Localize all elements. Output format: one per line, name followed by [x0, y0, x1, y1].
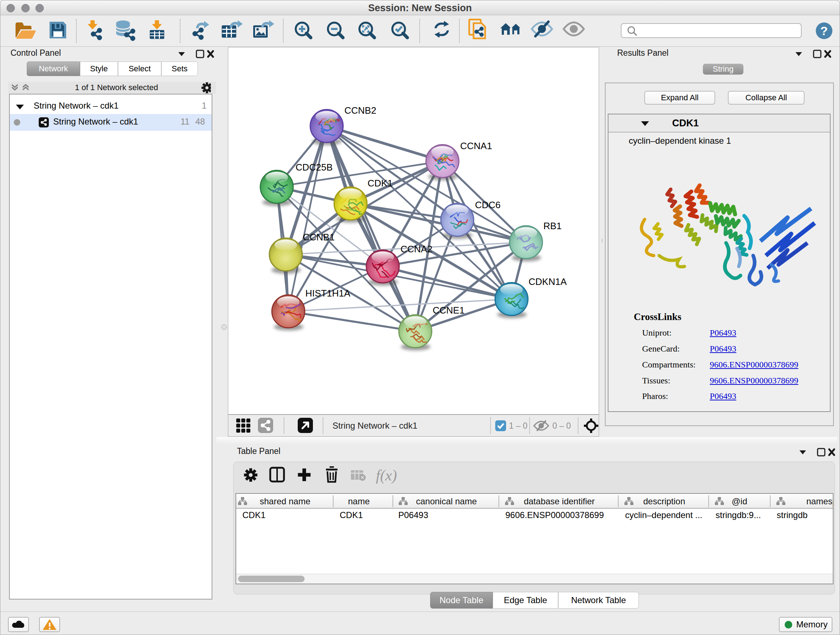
svg-text:CDC25B: CDC25B	[295, 162, 333, 173]
svg-text:CDK1: CDK1	[368, 178, 393, 188]
svg-text:namespac: namespac	[806, 496, 833, 506]
svg-text:CCNA1: CCNA1	[460, 141, 492, 151]
svg-text:HIST1H1A: HIST1H1A	[305, 288, 351, 299]
svg-text:description: description	[643, 496, 685, 506]
svg-text:database identifier: database identifier	[524, 496, 595, 506]
svg-text:@id: @id	[731, 496, 747, 506]
svg-text:shared name: shared name	[260, 496, 310, 506]
svg-text:CCNB2: CCNB2	[344, 105, 376, 116]
svg-text:RB1: RB1	[543, 220, 562, 231]
svg-text:CCNA2: CCNA2	[401, 244, 432, 255]
svg-text:CDKN1A: CDKN1A	[529, 276, 567, 287]
svg-text:0 – 0: 0 – 0	[553, 421, 571, 431]
svg-text:CDC6: CDC6	[475, 200, 501, 211]
svg-text:canonical name: canonical name	[416, 496, 477, 506]
svg-text:CCNB1: CCNB1	[303, 232, 335, 242]
svg-text:String Network – cdk1: String Network – cdk1	[332, 421, 417, 431]
svg-text:1 – 0: 1 – 0	[509, 421, 527, 431]
svg-text:f(x): f(x)	[376, 467, 397, 484]
svg-text:CCNE1: CCNE1	[433, 305, 464, 316]
svg-text:name: name	[348, 496, 370, 506]
